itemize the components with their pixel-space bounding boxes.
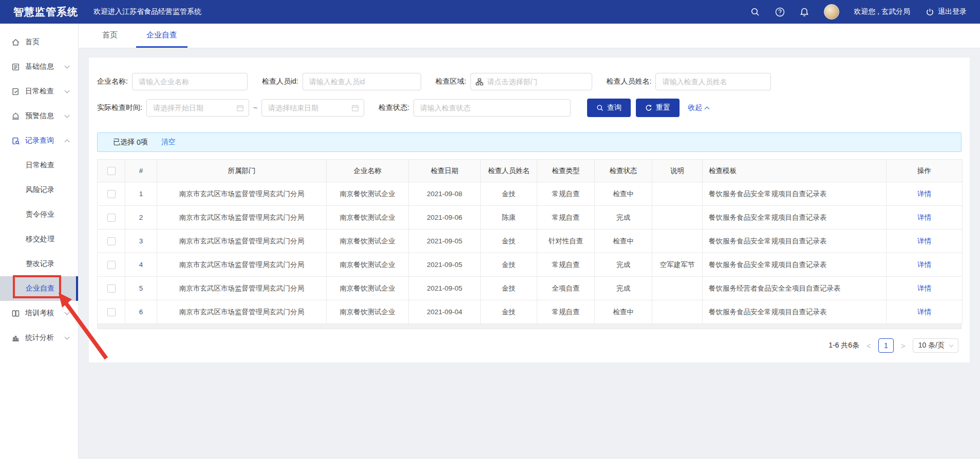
cell-date: 2021-09-05 bbox=[409, 277, 481, 300]
sidebar-item-label: 基础信息 bbox=[25, 62, 54, 71]
company-name-input[interactable] bbox=[132, 73, 248, 90]
sidebar-subitem-order-suspend[interactable]: 责令停业 bbox=[0, 202, 78, 227]
table-body: 1 南京市玄武区市场监督管理局玄武门分局 南京餐饮测试企业 2021-09-08… bbox=[98, 182, 963, 324]
row-checkbox[interactable] bbox=[107, 308, 116, 316]
cell-status: 完成 bbox=[595, 277, 652, 300]
logout-label: 退出登录 bbox=[938, 7, 967, 16]
cell-date: 2021-09-05 bbox=[409, 230, 481, 253]
org-tree-icon bbox=[476, 78, 483, 86]
search-button-label: 查询 bbox=[607, 103, 621, 112]
cell-note bbox=[652, 230, 703, 253]
cell-status: 完成 bbox=[595, 253, 652, 277]
cell-company: 南京餐饮测试企业 bbox=[327, 182, 409, 206]
cell-dept: 南京市玄武区市场监督管理局玄武门分局 bbox=[157, 300, 327, 324]
sidebar-subitem-company-self-check[interactable]: 企业自查 bbox=[0, 276, 78, 301]
cell-inspector: 金技 bbox=[481, 277, 537, 300]
row-checkbox[interactable] bbox=[107, 261, 116, 269]
cell-status: 检查中 bbox=[595, 300, 652, 324]
inspector-id-input[interactable] bbox=[303, 73, 421, 90]
sidebar-item-statistics[interactable]: 统计分析 bbox=[0, 326, 78, 350]
sidebar-item-label: 培训考核 bbox=[25, 309, 54, 318]
inspector-name-input[interactable] bbox=[655, 73, 771, 90]
sidebar-subitem-risk-record[interactable]: 风险记录 bbox=[0, 178, 78, 202]
row-checkbox[interactable] bbox=[107, 214, 116, 222]
check-status-input[interactable] bbox=[413, 99, 571, 117]
cell-type: 常规自查 bbox=[537, 253, 595, 277]
row-checkbox[interactable] bbox=[107, 190, 116, 198]
sidebar-item-warning-info[interactable]: 预警信息 bbox=[0, 104, 78, 128]
cell-index: 5 bbox=[125, 277, 157, 300]
help-icon[interactable] bbox=[775, 7, 785, 17]
check-status-label: 检查状态: bbox=[379, 103, 409, 112]
row-checkbox[interactable] bbox=[107, 284, 116, 293]
cell-status: 检查中 bbox=[595, 230, 652, 253]
table-row: 5 南京市玄武区市场监督管理局玄武门分局 南京餐饮测试企业 2021-09-05… bbox=[98, 277, 963, 300]
logout-button[interactable]: 退出登录 bbox=[925, 7, 967, 17]
sidebar-item-basic-info[interactable]: 基础信息 bbox=[0, 54, 78, 79]
chevron-down-icon bbox=[65, 310, 70, 315]
reset-button[interactable]: 重置 bbox=[636, 99, 680, 117]
detail-link[interactable]: 详情 bbox=[917, 190, 931, 198]
bar-chart-icon bbox=[11, 334, 20, 342]
sidebar-item-label: 统计分析 bbox=[25, 333, 54, 342]
detail-link[interactable]: 详情 bbox=[917, 214, 931, 221]
sidebar-subitem-rectify-record[interactable]: 整改记录 bbox=[0, 252, 78, 276]
detail-link[interactable]: 详情 bbox=[917, 308, 931, 316]
avatar[interactable] bbox=[824, 4, 839, 20]
page-size-value: 10 条/页 bbox=[918, 341, 945, 350]
sidebar-item-daily-check[interactable]: 日常检查 bbox=[0, 79, 78, 104]
cell-type: 针对性自查 bbox=[537, 230, 595, 253]
date-range-separator: ~ bbox=[253, 104, 257, 112]
sidebar-item-training[interactable]: 培训考核 bbox=[0, 301, 78, 326]
tab-company-self-check[interactable]: 企业自查 bbox=[138, 23, 185, 48]
page-size-select[interactable]: 10 条/页 bbox=[913, 338, 958, 353]
clear-selection-link[interactable]: 清空 bbox=[161, 138, 176, 147]
cell-company: 南京餐饮测试企业 bbox=[327, 230, 409, 253]
reset-button-label: 重置 bbox=[656, 103, 670, 112]
sidebar-subitem-transfer[interactable]: 移交处理 bbox=[0, 227, 78, 252]
content-card: 企业名称: 检查人员id: 检查区域: bbox=[89, 58, 970, 362]
tab-home[interactable]: 首页 bbox=[94, 23, 126, 48]
header-subtitle: 欢迎进入江苏省食品经营监管系统 bbox=[93, 7, 201, 16]
main-area: 首页 企业自查 企业名称: 检查人员id: 检查区域: bbox=[79, 24, 980, 459]
power-icon bbox=[925, 7, 935, 17]
tab-bar: 首页 企业自查 bbox=[79, 24, 980, 48]
search-icon[interactable] bbox=[750, 7, 760, 17]
sidebar-item-home[interactable]: 首页 bbox=[0, 30, 78, 54]
select-all-checkbox[interactable] bbox=[107, 167, 116, 175]
welcome-text: 欢迎您 , 玄武分局 bbox=[854, 7, 910, 16]
sidebar-item-label: 预警信息 bbox=[25, 111, 54, 121]
cell-company: 南京餐饮测试企业 bbox=[327, 206, 409, 230]
sidebar-item-record-query[interactable]: 记录查询 bbox=[0, 128, 78, 153]
sidebar-subitem-label: 风险记录 bbox=[26, 185, 54, 195]
cell-inspector: 陈康 bbox=[481, 206, 537, 230]
cell-dept: 南京市玄武区市场监督管理局玄武门分局 bbox=[157, 277, 327, 300]
top-header: 智慧监管系统 欢迎进入江苏省食品经营监管系统 欢迎您 , 玄武分局 退出登录 bbox=[0, 0, 980, 24]
alarm-icon bbox=[11, 112, 20, 121]
inspector-id-label: 检查人员id: bbox=[262, 77, 298, 86]
cell-status: 完成 bbox=[595, 206, 652, 230]
cell-company: 南京餐饮测试企业 bbox=[327, 253, 409, 277]
table-row: 4 南京市玄武区市场监督管理局玄武门分局 南京餐饮测试企业 2021-09-05… bbox=[98, 253, 963, 277]
prev-page-button[interactable]: < bbox=[866, 341, 871, 350]
sidebar-subitem-label: 整改记录 bbox=[26, 259, 54, 269]
sidebar: 首页 基础信息 日常检查 预警信息 记录查询 日常检查 风险记录 责令停业 bbox=[0, 24, 79, 459]
search-button[interactable]: 查询 bbox=[587, 99, 631, 117]
region-input[interactable] bbox=[470, 73, 592, 90]
page-number-button[interactable]: 1 bbox=[878, 338, 894, 353]
end-date-input[interactable] bbox=[261, 99, 364, 117]
collapse-link[interactable]: 收起 bbox=[688, 103, 709, 112]
sidebar-subitem-daily-check[interactable]: 日常检查 bbox=[0, 153, 78, 178]
selected-suffix: 项 bbox=[141, 138, 148, 147]
bell-icon[interactable] bbox=[799, 7, 809, 17]
detail-link[interactable]: 详情 bbox=[917, 284, 931, 292]
col-note: 说明 bbox=[652, 160, 703, 182]
detail-link[interactable]: 详情 bbox=[917, 261, 931, 269]
row-checkbox[interactable] bbox=[107, 237, 116, 245]
col-status: 检查状态 bbox=[595, 160, 652, 182]
start-date-input[interactable] bbox=[146, 99, 249, 117]
detail-link[interactable]: 详情 bbox=[917, 237, 931, 245]
cell-note bbox=[652, 300, 703, 324]
cell-inspector: 金技 bbox=[481, 230, 537, 253]
next-page-button[interactable]: > bbox=[901, 341, 906, 350]
